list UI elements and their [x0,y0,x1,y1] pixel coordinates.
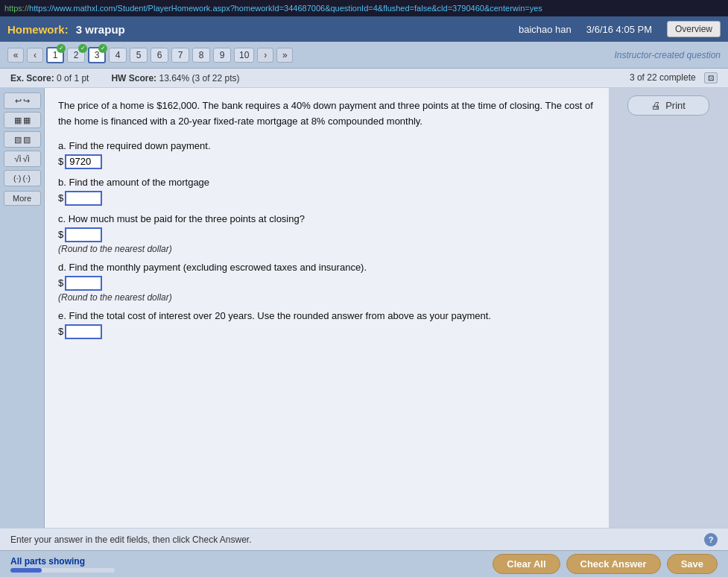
sqrt-icon-2: √i [23,154,30,164]
part-c-input[interactable] [65,227,102,242]
footer-buttons: Clear All Check Answer Save [493,554,718,574]
part-d-note: (Round to the nearest dollar) [58,292,595,303]
expand-button[interactable]: ⊡ [704,72,718,83]
url-text: https://www.mathxl.com/Student/PlayerHom… [29,4,542,13]
hw-score-label: HW Score: [111,73,156,83]
check-mark-1: ✓ [57,44,66,53]
hw-score-value: 13.64% (3 of 22 pts) [159,73,239,83]
part-b-input[interactable] [65,191,102,206]
part-d-input-row: $ [58,276,595,291]
check-mark-2: ✓ [78,44,87,53]
part-a-dollar: $ [58,156,63,167]
part-c-note: (Round to the nearest dollar) [58,244,595,254]
grid-btn-1[interactable]: ▦ ▦ [4,112,41,128]
sqrt-btn[interactable]: √i √i [4,151,41,167]
paren-btn[interactable]: (·) (·) [4,170,41,186]
part-a-label: a. Find the required down payment. [58,140,595,151]
check-answer-button[interactable]: Check Answer [566,554,661,574]
undo-icon: ↩ [15,96,22,106]
question-area: The price of a home is $162,000. The ban… [45,88,609,528]
print-button[interactable]: 🖨 Print [627,95,709,116]
part-d-input[interactable] [65,276,102,291]
ex-score: Ex. Score: 0 of 1 pt [10,73,89,83]
all-parts-label: All parts showing [10,556,485,567]
sqrt-icon: √i [14,154,21,164]
part-c: c. How much must be paid for the three p… [58,213,595,254]
user-info: baichao han [519,24,572,35]
nav-q10[interactable]: 10 [234,48,254,63]
question-text: The price of a home is $162,000. The ban… [58,98,595,130]
sidebar: ↩ ↪ ▦ ▦ ▧ ▨ √i √i (·) (·) More [0,88,45,528]
ex-score-value: 0 of 1 pt [57,73,89,83]
save-button[interactable]: Save [667,554,718,574]
grid1-icon: ▦ [14,116,22,125]
nav-q5[interactable]: 5 [130,48,148,63]
nav-next-next[interactable]: » [276,48,293,63]
grid2-icon: ▧ [14,135,22,145]
complete-count: 3 of 22 complete ⊡ [630,72,718,83]
part-b-dollar: $ [58,192,63,204]
part-a-input-row: $ [58,154,595,169]
part-e-dollar: $ [58,326,63,337]
nav-q6[interactable]: 6 [151,48,168,63]
footer-bar: All parts showing Clear All Check Answer… [0,550,728,577]
https-text: https:// [4,4,29,13]
part-b-label: b. Find the amount of the mortgage [58,177,595,188]
nav-bar: « ‹ 1✓ 2✓ 3✓ 4 5 6 7 8 9 10 › » Instruct… [0,42,728,69]
help-button[interactable]: ? [704,533,718,546]
nav-prev[interactable]: ‹ [27,48,43,63]
instructor-label: Instructor-created question [614,50,721,60]
part-c-dollar: $ [58,229,63,240]
nav-q3[interactable]: 3✓ [88,47,106,63]
nav-next[interactable]: › [257,48,273,63]
ex-score-label: Ex. Score: [10,73,54,83]
part-c-label: c. How much must be paid for the three p… [58,213,595,224]
part-b-input-row: $ [58,191,595,206]
paren-icon: (·) [13,174,21,183]
part-b: b. Find the amount of the mortgage $ [58,177,595,206]
nav-q2[interactable]: 2✓ [67,48,85,63]
nav-q1[interactable]: 1✓ [46,47,64,63]
paren-icon-2: (·) [23,174,31,183]
part-e-input-row: $ [58,324,595,339]
right-panel: 🖨 Print [609,88,728,528]
grid1-icon-2: ▦ [23,116,31,125]
nav-q4[interactable]: 4 [109,48,127,63]
score-bar: Ex. Score: 0 of 1 pt HW Score: 13.64% (3… [0,69,728,88]
instruction-bar: Enter your answer in the edit fields, th… [0,528,728,550]
overview-button[interactable]: Overview [667,21,721,37]
nav-q7[interactable]: 7 [171,48,189,63]
clear-all-button[interactable]: Clear All [493,554,560,574]
part-a: a. Find the required down payment. $ [58,140,595,169]
nav-q9[interactable]: 9 [213,48,231,63]
url-bar: https://https://www.mathxl.com/Student/P… [4,4,724,13]
browser-bar: https://https://www.mathxl.com/Student/P… [0,0,728,16]
instruction-text: Enter your answer in the edit fields, th… [10,535,252,545]
datetime: 3/6/16 4:05 PM [586,24,652,35]
print-label: Print [665,100,686,111]
undo-redo-btn[interactable]: ↩ ↪ [4,92,41,109]
grid2-icon-2: ▨ [23,135,31,145]
header: Homework: 3 wrapup baichao han 3/6/16 4:… [0,16,728,42]
footer-progress [10,568,115,573]
hw-label: Homework: [7,23,69,36]
printer-icon: 🖨 [651,100,661,111]
part-e-label: e. Find the total cost of interest over … [58,310,595,321]
redo-icon: ↪ [23,96,30,106]
part-e-input[interactable] [65,324,102,339]
part-e: e. Find the total cost of interest over … [58,310,595,339]
hw-score: HW Score: 13.64% (3 of 22 pts) [111,73,239,83]
part-d-dollar: $ [58,277,63,288]
nav-prev-prev[interactable]: « [7,48,24,63]
check-mark-3: ✓ [98,44,107,53]
more-button[interactable]: More [4,191,41,206]
complete-label: 3 of 22 complete [630,72,696,83]
part-a-input[interactable] [65,154,102,169]
main-wrapper: ↩ ↪ ▦ ▦ ▧ ▨ √i √i (·) (·) More The price… [0,88,728,528]
part-d-label: d. Find the monthly payment (excluding e… [58,262,595,273]
footer-progress-fill [10,568,42,573]
nav-q8[interactable]: 8 [192,48,210,63]
part-c-input-row: $ [58,227,595,242]
homework-title: Homework: 3 wrapup [7,23,125,36]
grid-btn-2[interactable]: ▧ ▨ [4,131,41,148]
